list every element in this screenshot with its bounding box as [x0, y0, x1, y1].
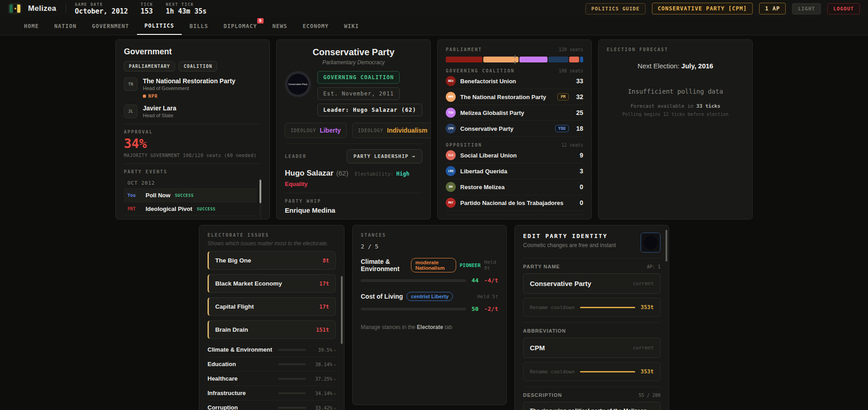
- ideology-label: IDEOLOGY: [358, 128, 383, 133]
- party-row-beu[interactable]: BEU Benefactorist Union 33: [446, 73, 583, 89]
- game-date-value: October, 2012: [75, 7, 128, 15]
- polling-status: Insufficient polling data: [607, 88, 744, 95]
- majority-status: +48 above majority: [446, 215, 583, 219]
- stance-position-chip: moderate Nationalism: [411, 258, 456, 272]
- nav-diplomacy[interactable]: DIPLOMACY 9: [216, 17, 264, 35]
- leader-trait: Equality: [285, 181, 422, 187]
- stance-decay: -2/t: [484, 305, 498, 312]
- party-avatar: CPM: [446, 124, 456, 133]
- description-textarea[interactable]: The ring wing political party of the Mel…: [523, 402, 660, 410]
- party-row-npr[interactable]: NPR The National Restoration Party PM 32: [446, 89, 583, 105]
- nav-economy[interactable]: ECONOMY: [295, 17, 336, 35]
- head-of-government-row[interactable]: TN The National Restoration Party Head o…: [124, 77, 261, 99]
- event-actor-tag: You: [127, 193, 141, 198]
- party-logo-button[interactable]: [641, 233, 660, 253]
- crisis-card[interactable]: Brain Drain 151t: [208, 320, 336, 339]
- description-char-count: 55 / 200: [639, 393, 660, 398]
- scrollbar-thumb[interactable]: [341, 276, 343, 344]
- current-party-button[interactable]: CONSERVATIVE PARTY [CPM]: [652, 3, 753, 14]
- issue-row[interactable]: Education 38.14%▾: [208, 357, 336, 372]
- crisis-timer: 8t: [323, 257, 329, 264]
- party-row-slu[interactable]: SLU Social Liberal Union 9: [446, 148, 583, 163]
- game-date-label: GAME DATE: [75, 2, 128, 7]
- head-of-state-row[interactable]: JL Javier Lara Head of State: [124, 105, 261, 118]
- nav-bills[interactable]: BILLS: [182, 17, 216, 35]
- forecast-label: ELECTION FORECAST: [607, 47, 744, 52]
- action-points-button[interactable]: 1 AP: [759, 3, 786, 14]
- majority-detail: 108/120 seats (60 needed): [183, 153, 256, 158]
- election-forecast-panel: ELECTION FORECAST Next Election: July, 2…: [598, 39, 753, 219]
- scrollbar-thumb[interactable]: [665, 230, 667, 262]
- politics-guide-button[interactable]: POLITICS GUIDE: [585, 3, 646, 14]
- nav-politics[interactable]: POLITICS: [137, 17, 182, 35]
- party-row-cpm[interactable]: CPM Conservative Party YOU 18: [446, 121, 583, 137]
- event-name: Rally: [146, 219, 160, 219]
- nav-government[interactable]: GOVERNMENT: [84, 17, 137, 35]
- next-tick-value: 1h 43m 35s: [166, 7, 207, 15]
- tick-label: TICK: [141, 2, 153, 7]
- event-row: PNT Rally FAILURE: [124, 215, 257, 219]
- stance-position-chip: centrist Liberty: [406, 292, 453, 301]
- abbreviation-input[interactable]: CPM current: [523, 338, 660, 358]
- party-row-pnt[interactable]: PNT Partido Nacional de los Trabajadores…: [446, 195, 583, 211]
- issue-row[interactable]: Climate & Environment 39.5%▾: [208, 343, 336, 357]
- issue-row[interactable]: Healthcare 37.25%▾: [208, 372, 336, 386]
- party-row-rm[interactable]: RM Restore Melizea 0: [446, 179, 583, 195]
- party-row-tsu[interactable]: TSU Melizea Globalist Party 25: [446, 105, 583, 121]
- issue-salience-bar: [278, 392, 306, 394]
- governing-coalition-badge: GOVERNING COALITION: [317, 71, 400, 84]
- crisis-timer: 17t: [319, 304, 329, 310]
- event-status: SUCCESS: [197, 207, 215, 211]
- app-title: Melizea: [28, 4, 57, 13]
- event-row: PNT Ideological Pivot SUCCESS: [124, 202, 257, 215]
- light-theme-button[interactable]: LIGHT: [792, 3, 821, 14]
- crisis-timer: 151t: [316, 327, 329, 333]
- party-leadership-button[interactable]: PARTY LEADERSHIP →: [347, 149, 422, 163]
- held-duration: Held 5t: [477, 294, 498, 300]
- issue-salience-bar: [278, 378, 306, 380]
- electability-value: High: [396, 171, 409, 177]
- member-role: Head of State: [143, 113, 176, 118]
- nav-nation[interactable]: NATION: [47, 17, 84, 35]
- event-name: Poll Now: [146, 192, 170, 199]
- logout-button[interactable]: LOGOUT: [827, 3, 860, 14]
- stances-label: STANCES: [361, 233, 498, 238]
- next-election-line: Next Election: July, 2016: [607, 62, 744, 70]
- issue-row[interactable]: Infrastructure 34.14%▾: [208, 386, 336, 400]
- game-date-stat: GAME DATE October, 2012: [75, 2, 128, 15]
- party-card-panel: Conservative Party Parliamentary Democra…: [276, 39, 431, 219]
- scrollbar-thumb[interactable]: [259, 180, 261, 203]
- events-month-header: OCT 2012: [124, 178, 257, 188]
- crisis-card[interactable]: The Big One 8t: [208, 251, 336, 270]
- party-events-list: OCT 2012 You Poll Now SUCCESS PNT Ideolo…: [124, 178, 261, 219]
- issue-salience-bar: [278, 407, 306, 409]
- ideology-value: Individualism: [387, 127, 427, 134]
- stances-footer: Manage stances in the Electorate tab: [361, 324, 498, 330]
- crisis-timer: 17t: [319, 281, 329, 287]
- cooldown-value: 353t: [641, 368, 654, 375]
- divider: [66, 4, 66, 14]
- top-bar: Melizea GAME DATE October, 2012 TICK 153…: [0, 0, 868, 17]
- party-events-label: PARTY EVENTS: [124, 169, 261, 174]
- member-party-tag: NPR: [148, 94, 158, 99]
- polling-note: Polling begins 12 ticks before election: [607, 112, 744, 117]
- ideology-value: Liberty: [320, 127, 341, 134]
- nav-news[interactable]: NEWS: [264, 17, 295, 35]
- ideology-label: IDEOLOGY: [291, 128, 316, 133]
- nav-wiki[interactable]: WIKI: [336, 17, 367, 35]
- nav-home[interactable]: HOME: [16, 17, 47, 35]
- issue-percent: 33.42%▾: [311, 405, 336, 410]
- tick-stat: TICK 153: [141, 2, 153, 15]
- crisis-card[interactable]: Black Market Economy 17t: [208, 274, 336, 293]
- tick-value: 153: [141, 7, 153, 15]
- opposition-label: OPPOSITION: [446, 143, 482, 148]
- issue-row[interactable]: Corruption 33.42%▾: [208, 400, 336, 410]
- ideology-chip: IDEOLOGY Individualism: [352, 123, 431, 138]
- rename-cooldown: Rename cooldown 353t: [523, 362, 660, 381]
- party-avatar: PNT: [446, 198, 456, 208]
- party-avatar: RM: [446, 182, 456, 192]
- party-row-lbq[interactable]: LBQ Libertad Querida 3: [446, 163, 583, 179]
- crisis-card[interactable]: Capital Flight 17t: [208, 297, 336, 316]
- leader-age: (62): [336, 169, 349, 177]
- party-name-input[interactable]: Conservative Party current: [523, 273, 660, 294]
